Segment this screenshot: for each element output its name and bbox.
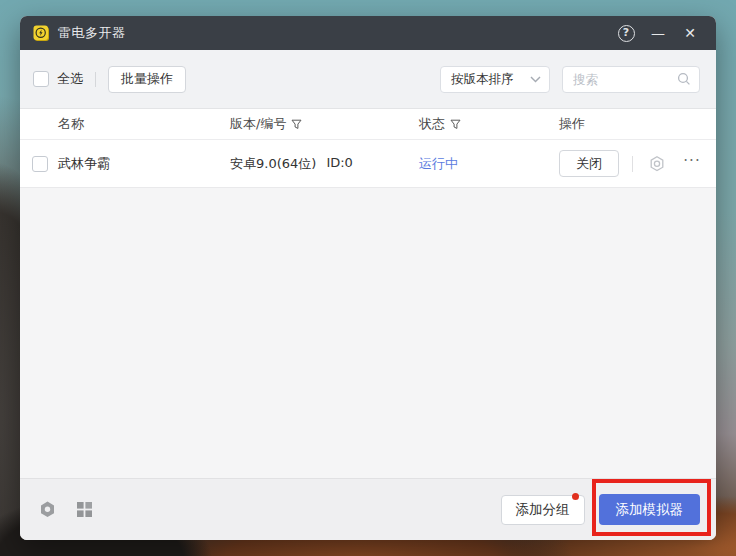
app-window: 雷电多开器 ? — ✕ 全选 批量操作 按版本排序 [20, 16, 716, 540]
select-all-label: 全选 [57, 70, 83, 88]
status-badge: 运行中 [419, 155, 559, 173]
close-emulator-button[interactable]: 关闭 [559, 150, 619, 177]
gear-icon [648, 155, 666, 173]
emulator-id: ID:0 [326, 155, 353, 173]
column-header-version[interactable]: 版本/编号 [230, 115, 419, 133]
table-row: 武林争霸 安卓9.0(64位) ID:0 运行中 关闭 ··· [20, 140, 716, 188]
search-input[interactable] [573, 72, 677, 87]
help-button[interactable]: ? [614, 21, 638, 45]
search-icon [677, 72, 691, 86]
list-empty-area [20, 188, 716, 478]
batch-operation-button[interactable]: 批量操作 [108, 66, 186, 93]
gear-nut-icon [38, 500, 57, 519]
emulator-name: 武林争霸 [58, 155, 230, 173]
row-settings-button[interactable] [646, 153, 668, 175]
row-more-button[interactable]: ··· [681, 153, 703, 175]
minimize-button[interactable]: — [646, 21, 670, 45]
toolbar-divider [95, 72, 96, 87]
global-settings-button[interactable] [36, 499, 58, 521]
column-header-ops: 操作 [559, 115, 716, 133]
sort-dropdown-value: 按版本排序 [451, 71, 530, 88]
toolbar: 全选 批量操作 按版本排序 [20, 50, 716, 108]
add-group-button[interactable]: 添加分组 [501, 495, 585, 525]
table-header: 名称 版本/编号 状态 操作 [20, 108, 716, 140]
bottom-bar: 添加分组 添加模拟器 [20, 478, 716, 540]
grid-view-button[interactable] [73, 499, 95, 521]
filter-icon[interactable] [291, 119, 302, 130]
more-icon: ··· [683, 156, 700, 172]
close-button[interactable]: ✕ [678, 21, 702, 45]
close-icon: ✕ [684, 25, 696, 41]
app-logo-icon [33, 25, 50, 42]
notification-dot [572, 493, 579, 500]
minimize-icon: — [651, 25, 665, 41]
window-title: 雷电多开器 [58, 24, 126, 42]
row-checkbox[interactable] [32, 156, 48, 172]
select-all-checkbox[interactable] [33, 71, 49, 87]
chevron-down-icon [530, 76, 541, 83]
search-box [562, 66, 700, 93]
sort-dropdown[interactable]: 按版本排序 [440, 66, 550, 93]
column-header-name[interactable]: 名称 [58, 115, 230, 133]
filter-icon[interactable] [450, 119, 461, 130]
grid-icon [76, 501, 93, 518]
row-operations: 关闭 ··· [559, 150, 716, 177]
help-icon: ? [618, 25, 635, 42]
column-header-status[interactable]: 状态 [419, 115, 559, 133]
emulator-version: 安卓9.0(64位) ID:0 [230, 155, 419, 173]
ops-divider [632, 156, 633, 172]
add-emulator-button[interactable]: 添加模拟器 [599, 494, 701, 525]
android-version: 安卓9.0(64位) [230, 155, 316, 173]
titlebar: 雷电多开器 ? — ✕ [20, 16, 716, 50]
